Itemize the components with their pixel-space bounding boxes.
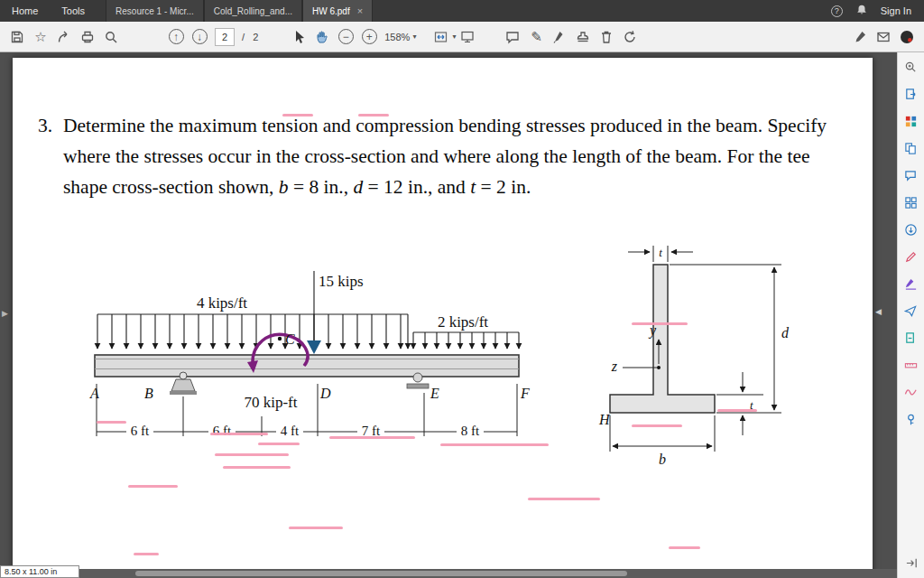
app-menubar: Home Tools Resource 1 - Micr... Cold_Rol… [0,0,924,22]
notifications-bell-icon[interactable] [855,4,868,18]
page-number-input[interactable]: 2 [215,28,235,46]
tab-hw6-active[interactable]: HW 6.pdf × [302,0,373,22]
rail-fill-sign-icon[interactable] [903,276,919,292]
problem-statement: 3. Determine the maximum tension and com… [38,110,839,202]
refresh-icon[interactable] [618,25,642,49]
zoom-level-dropdown[interactable]: 158%▾ [381,32,420,42]
label-load-left: 4 kips/ft [197,294,247,312]
help-icon[interactable]: ? [831,5,843,17]
label-e: E [430,386,439,401]
comment-icon[interactable] [501,25,524,49]
right-panel-collapse-icon[interactable]: ◀ [875,307,882,316]
label-point-c: C [285,331,295,347]
rail-draw-icon[interactable] [903,385,919,400]
label-f: F [520,386,530,401]
document-viewer: 3. Determine the maximum tension and com… [0,52,897,578]
main-toolbar: ☆ ↑ ↓ 2 / 2 − + 158%▾ ▾ ✎ [0,22,924,52]
left-panel-expand-icon[interactable]: ▶ [2,309,8,318]
tools-rail [897,52,924,578]
stamp-icon[interactable] [571,25,595,49]
section-t-top: t [659,246,662,259]
rail-expand-icon[interactable] [903,555,919,571]
next-page-icon[interactable]: ↓ [188,25,211,49]
rail-edit-pdf-icon[interactable] [903,249,919,265]
tab-close-icon[interactable]: × [357,5,363,16]
ink-annotation [210,433,268,435]
share-icon[interactable] [52,25,76,49]
beam-figure: C 4 kips/ft 15 kips 2 kips/ft 70 kip-ft … [77,248,573,474]
ink-annotation [632,322,688,325]
email-envelope-icon[interactable] [872,25,895,49]
page-display-icon[interactable] [456,25,479,49]
select-tool-icon[interactable] [287,25,310,49]
ink-annotation [358,114,389,117]
ink-annotation [632,424,682,427]
fit-width-icon[interactable] [429,25,452,49]
tab-resource1[interactable]: Resource 1 - Micr... [106,0,204,22]
section-z: z [611,359,618,374]
label-point-load: 15 kips [319,273,364,290]
horizontal-scrollbar[interactable] [0,569,897,578]
menu-tools[interactable]: Tools [50,0,97,22]
previous-page-icon[interactable]: ↑ [164,25,188,49]
fill-sign-pen-icon[interactable] [848,25,872,49]
search-icon[interactable] [99,25,123,49]
label-load-right: 2 kips/ft [438,313,488,331]
problem-text: Determine the maximum tension and compre… [63,110,839,202]
rail-measure-icon[interactable] [903,358,919,373]
menu-home[interactable]: Home [0,0,50,22]
ink-annotation [97,421,126,424]
cross-section-figure: t d z y t H b [587,235,812,479]
rail-convert-icon[interactable] [903,331,919,346]
sign-in-link[interactable]: Sign In [881,5,911,16]
scrollbar-thumb[interactable] [135,571,627,576]
document-tabs: Resource 1 - Micr... Cold_Rolling_and...… [106,0,373,22]
pdf-page: 3. Determine the maximum tension and com… [13,58,873,578]
ink-annotation [717,409,757,412]
dim-bc: 6 ft [213,424,232,438]
zoom-out-icon[interactable]: − [334,25,357,49]
rail-search-icon[interactable] [903,60,919,75]
rail-organize-pages-icon[interactable] [903,195,919,210]
ink-annotation [128,485,178,488]
label-a: A [89,386,99,401]
star-icon[interactable]: ☆ [29,25,52,49]
edit-pencil-icon[interactable]: ✎ [524,25,548,49]
rail-create-pdf-icon[interactable] [903,114,919,129]
rail-comment-icon[interactable] [903,168,919,183]
trash-icon[interactable] [595,25,618,49]
label-b: B [144,386,153,401]
section-b: b [659,452,666,467]
save-icon[interactable] [5,25,29,49]
print-icon[interactable] [76,25,99,49]
ink-annotation [440,443,549,446]
tab-cold-rolling[interactable]: Cold_Rolling_and... [204,0,302,22]
zoom-in-icon[interactable]: + [357,25,381,49]
rail-export-pdf-icon[interactable] [903,87,919,102]
rail-compress-icon[interactable] [903,222,919,238]
label-d: D [319,386,331,401]
page-count: / 2 [238,32,262,42]
problem-number: 3. [38,110,63,202]
ink-annotation [289,527,343,529]
ink-annotation [329,436,415,439]
ink-annotation [215,453,289,456]
section-h: H [598,412,611,427]
hand-tool-icon[interactable] [310,25,334,49]
section-d: d [781,325,790,340]
ink-annotation [134,553,159,555]
ink-annotation [223,466,291,469]
rail-combine-files-icon[interactable] [903,141,919,156]
ink-annotation [258,443,300,445]
chevron-down-icon: ▾ [412,33,416,41]
ink-annotation [282,114,313,117]
dim-cd: 4 ft [281,424,300,438]
menubar-right: ? Sign In [831,0,924,22]
rail-send-signature-icon[interactable] [903,303,919,319]
assistant-logo-icon[interactable] [895,25,919,49]
dim-ab: 6 ft [131,424,150,438]
ink-annotation [669,546,700,549]
sign-nib-icon[interactable] [548,25,571,49]
dim-ef: 8 ft [461,424,480,438]
rail-protect-icon[interactable] [903,412,919,427]
